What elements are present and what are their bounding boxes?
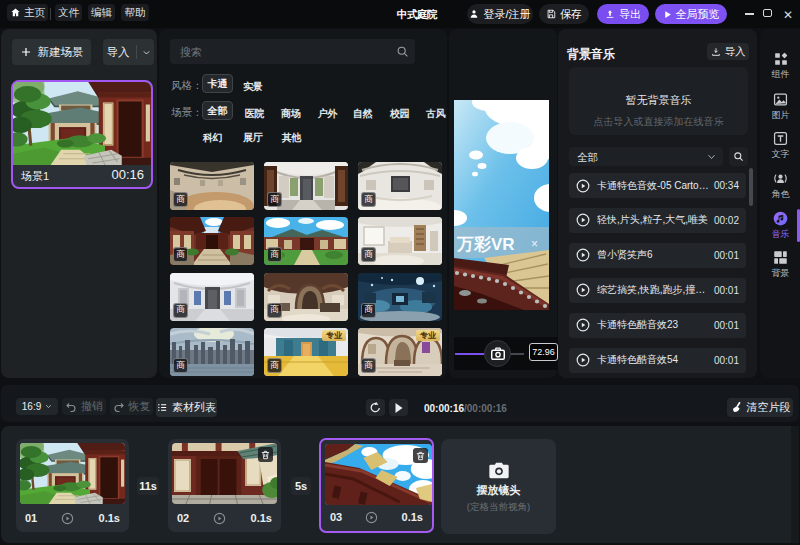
svg-text:×: × (531, 237, 538, 251)
svg-text:万彩VR: 万彩VR (456, 235, 515, 254)
